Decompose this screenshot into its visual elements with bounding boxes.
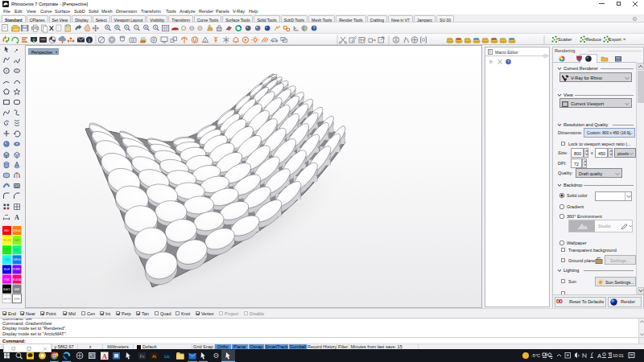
svg-text:Fx: Fx: [139, 354, 144, 359]
svg-text:A: A: [597, 352, 601, 360]
svg-text:Ai: Ai: [152, 354, 156, 359]
svg-text:?: ?: [507, 60, 510, 64]
svg-text:A: A: [102, 352, 108, 360]
svg-text:Lrc: Lrc: [164, 355, 170, 359]
